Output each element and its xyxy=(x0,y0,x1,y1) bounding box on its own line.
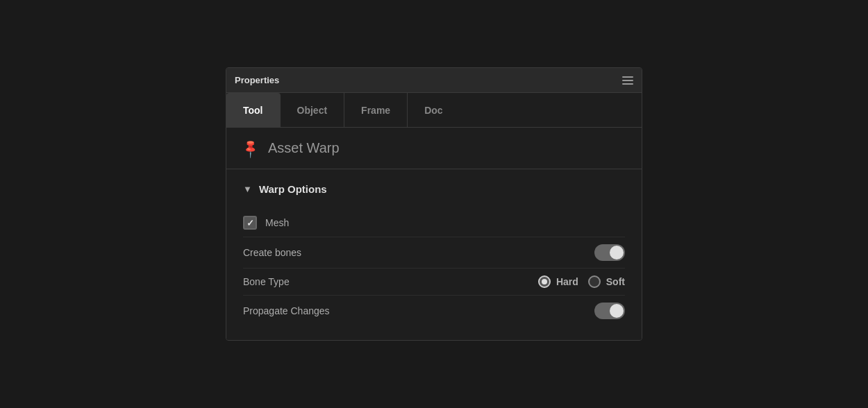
radio-soft[interactable]: Soft xyxy=(588,275,625,288)
create-bones-toggle[interactable] xyxy=(594,244,625,261)
radio-soft-circle xyxy=(588,275,601,288)
radio-hard[interactable]: Hard xyxy=(538,275,578,288)
radio-hard-circle xyxy=(538,275,551,288)
menu-icon[interactable] xyxy=(622,76,633,85)
propagate-changes-toggle[interactable] xyxy=(594,303,625,319)
create-bones-label: Create bones xyxy=(243,247,301,258)
bone-type-radio-group: Hard Soft xyxy=(538,275,625,288)
tool-name-label: Asset Warp xyxy=(268,140,340,156)
panel-header: Properties xyxy=(226,68,642,93)
toggle-knob xyxy=(610,246,624,260)
tab-doc[interactable]: Doc xyxy=(408,93,459,127)
warp-options-header[interactable]: ▼ Warp Options xyxy=(243,183,625,195)
warp-options-section: ▼ Warp Options ✓ Mesh Create bones Bone … xyxy=(226,169,642,340)
tab-object[interactable]: Object xyxy=(281,93,345,127)
tool-header: 📌 Asset Warp xyxy=(226,128,642,169)
chevron-down-icon: ▼ xyxy=(243,184,252,194)
tabs-row: Tool Object Frame Doc xyxy=(226,93,642,128)
create-bones-row: Create bones xyxy=(243,237,625,269)
properties-panel: Properties Tool Object Frame Doc 📌 Asset… xyxy=(226,67,642,341)
panel-title: Properties xyxy=(235,75,279,85)
checkmark-icon: ✓ xyxy=(247,218,254,228)
tab-tool[interactable]: Tool xyxy=(226,93,281,127)
mesh-label: Mesh xyxy=(265,217,289,228)
pin-icon: 📌 xyxy=(240,137,261,159)
tab-frame[interactable]: Frame xyxy=(344,93,408,127)
bone-type-row: Bone Type Hard Soft xyxy=(243,269,625,296)
mesh-row: ✓ Mesh xyxy=(243,209,625,237)
bone-type-label: Bone Type xyxy=(243,276,290,287)
mesh-checkbox[interactable]: ✓ xyxy=(243,216,257,230)
propagate-changes-label: Propagate Changes xyxy=(243,305,330,316)
toggle-knob-propagate xyxy=(610,304,624,318)
radio-soft-label: Soft xyxy=(606,276,625,287)
warp-options-title: Warp Options xyxy=(259,183,327,195)
radio-hard-label: Hard xyxy=(556,276,578,287)
propagate-changes-row: Propagate Changes xyxy=(243,296,625,326)
